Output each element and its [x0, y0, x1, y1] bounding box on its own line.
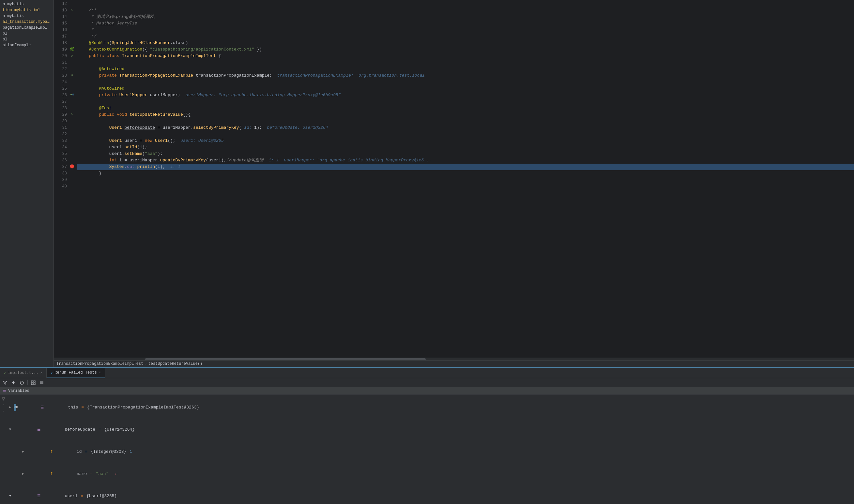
- breadcrumb-method: testUpdateRetureValue(): [149, 362, 203, 366]
- sidebar-item-project[interactable]: n-mybatis: [0, 1, 53, 7]
- eq-beforeupdate: =: [96, 426, 103, 433]
- svg-rect-1: [31, 381, 33, 382]
- val-bu-id-num: 1: [129, 448, 132, 455]
- eq-bu-name: =: [87, 470, 95, 478]
- breadcrumb: TransactionPropagationExampleImplTest › …: [54, 360, 854, 367]
- debug-toolbar: [0, 378, 854, 387]
- var-beforeupdate[interactable]: ▼ ☰ beforeUpdate = {User1@3264}: [9, 419, 854, 441]
- svg-rect-3: [31, 383, 33, 385]
- code-line-15: * @author JerryTse: [77, 20, 854, 27]
- up-accent-btn[interactable]: ↑: [1, 402, 6, 408]
- bottom-panel: ✓ ImplTest.t... × ↺ Rerun Failed Tests ×: [0, 367, 854, 504]
- eq-user1: =: [78, 492, 85, 500]
- val-bu-id: {Integer@3303}: [91, 448, 129, 455]
- sidebar-item-class2[interactable]: pl: [0, 31, 53, 37]
- tab-close-rerun[interactable]: ×: [99, 371, 101, 375]
- icon-this: ☰: [40, 404, 44, 411]
- sidebar-item-mybatis[interactable]: al_transaction.mybatis: [0, 19, 53, 25]
- svg-rect-2: [34, 381, 35, 382]
- code-line-36: int i = user1Mapper.updateByPrimaryKey(u…: [77, 157, 854, 164]
- svg-rect-0: [13, 383, 14, 384]
- panel-title: Variables: [8, 389, 29, 393]
- val-user1: {User1@3265}: [86, 492, 117, 500]
- code-line-18: @RunWith(SpringJUnit4ClassRunner.class): [77, 40, 854, 46]
- code-line-20: public class TransactionPropagationExamp…: [77, 53, 854, 59]
- arrow-indicator-1: ←: [115, 470, 118, 478]
- sidebar-item-folder[interactable]: n-mybatis: [0, 13, 53, 19]
- sidebar-item-class1[interactable]: pagationExampleImpl: [0, 25, 53, 31]
- editor-area: n-mybatis tion-mybatis.iml n-mybatis al_…: [0, 0, 854, 367]
- badge-inf: nF: [14, 404, 16, 411]
- code-line-29: public void testUpdateRetureValue(){: [77, 111, 854, 118]
- code-line-31: User1 beforeUpdate = user1Mapper.selectB…: [77, 125, 854, 131]
- val-beforeupdate: {User1@3264}: [104, 426, 135, 433]
- arrow-this[interactable]: ▶: [9, 404, 13, 411]
- var-user1[interactable]: ▼ ☰ user1 = {User1@3265}: [9, 485, 854, 504]
- code-line-16: *: [77, 27, 854, 33]
- code-line-25: @Autowired: [77, 85, 854, 92]
- code-line-28: @Test: [77, 105, 854, 111]
- key-bu-name: name: [77, 470, 87, 478]
- editor-main: 12 13 14 15 16 17 18 19 20 21 22 23 24 2…: [54, 0, 854, 367]
- var-this[interactable]: ▶ nF ☰ this = {TransactionPropagationExa…: [9, 396, 854, 419]
- scroll-thumb[interactable]: [145, 358, 426, 360]
- code-line-34: user1.setId(1);: [77, 144, 854, 150]
- tab-close-impltest[interactable]: ×: [40, 371, 43, 375]
- icon-bu-id: f: [50, 448, 53, 455]
- arrow-user1[interactable]: ▼: [9, 492, 13, 500]
- down-accent-btn[interactable]: ↓: [1, 408, 6, 413]
- code-line-13: /**: [77, 7, 854, 14]
- rerun-btn[interactable]: [18, 379, 25, 386]
- eq-this: =: [79, 404, 86, 411]
- toolbar-divider: [28, 380, 28, 385]
- key-bu-id: id: [77, 448, 82, 455]
- svg-rect-4: [34, 383, 35, 385]
- code-line-37: System.out.println(i); i: 1: [77, 164, 854, 170]
- eq-bu-id: =: [83, 448, 90, 455]
- code-content: /** * 测试各种spring事务传播属性。 * @author JerryT…: [77, 0, 854, 358]
- code-line-26: private User1Mapper user1Mapper; user1Ma…: [77, 92, 854, 98]
- code-line-22: @Autowired: [77, 66, 854, 72]
- code-line-39: [77, 177, 854, 183]
- code-line-24: [77, 79, 854, 85]
- arrow-bu-name[interactable]: ▶: [22, 470, 26, 478]
- breadcrumb-class: TransactionPropagationExampleImplTest: [56, 362, 143, 366]
- tabs-bar: ✓ ImplTest.t... × ↺ Rerun Failed Tests ×: [0, 368, 854, 378]
- code-line-19: @ContextConfiguration({ "classpath:sprin…: [77, 46, 854, 53]
- sidebar-item-iml[interactable]: tion-mybatis.iml: [0, 7, 53, 13]
- code-line-40: [77, 183, 854, 190]
- variables-tree: ↑ ↓ ▶ nF ☰ this = {TransactionPropagatio…: [0, 394, 854, 504]
- key-beforeupdate: beforeUpdate: [65, 426, 95, 433]
- sidebar-item-class3[interactable]: pl: [0, 37, 53, 42]
- panel-header: ☰ Variables: [0, 387, 854, 394]
- code-line-21: [77, 59, 854, 66]
- left-accent-panel: ↑ ↓: [0, 395, 6, 503]
- key-this: this: [68, 404, 78, 411]
- arrow-beforeupdate[interactable]: ▼: [9, 426, 13, 433]
- filter-accent-btn[interactable]: [1, 396, 6, 402]
- tab-icon-green: ✓: [4, 371, 6, 375]
- sidebar-item-class4[interactable]: ationExample: [0, 42, 53, 48]
- horizontal-scrollbar[interactable]: [54, 358, 854, 360]
- arrow-bu-id[interactable]: ▶: [22, 448, 26, 455]
- sidebar: n-mybatis tion-mybatis.iml n-mybatis al_…: [0, 0, 54, 367]
- tab-impltest[interactable]: ✓ ImplTest.t... ×: [0, 368, 47, 378]
- icon-bu-name: f: [50, 470, 53, 478]
- filter-btn[interactable]: [1, 379, 8, 386]
- up-btn[interactable]: [10, 379, 17, 386]
- tab-label-rerun: Rerun Failed Tests: [54, 370, 97, 375]
- val-this: {TransactionPropagationExampleImplTest@3…: [87, 404, 199, 411]
- tab-icon-rerun: ↺: [51, 371, 53, 375]
- grid-btn[interactable]: [30, 379, 37, 386]
- code-line-30: [77, 118, 854, 125]
- code-line-32: [77, 131, 854, 138]
- code-line-17: */: [77, 33, 854, 40]
- var-beforeupdate-id[interactable]: ▶ f id = {Integer@3303} 1: [9, 441, 854, 463]
- icon-beforeupdate: ☰: [37, 426, 40, 433]
- tab-rerun[interactable]: ↺ Rerun Failed Tests ×: [47, 368, 105, 378]
- breadcrumb-sep: ›: [144, 362, 147, 366]
- gutter: ▷ 🌿 ▷ ● ● ⊕ ▷: [69, 0, 77, 358]
- variables-icon: ☰: [3, 388, 6, 393]
- var-beforeupdate-name[interactable]: ▶ f name = "aaa" ←: [9, 463, 854, 485]
- list-btn[interactable]: [38, 379, 45, 386]
